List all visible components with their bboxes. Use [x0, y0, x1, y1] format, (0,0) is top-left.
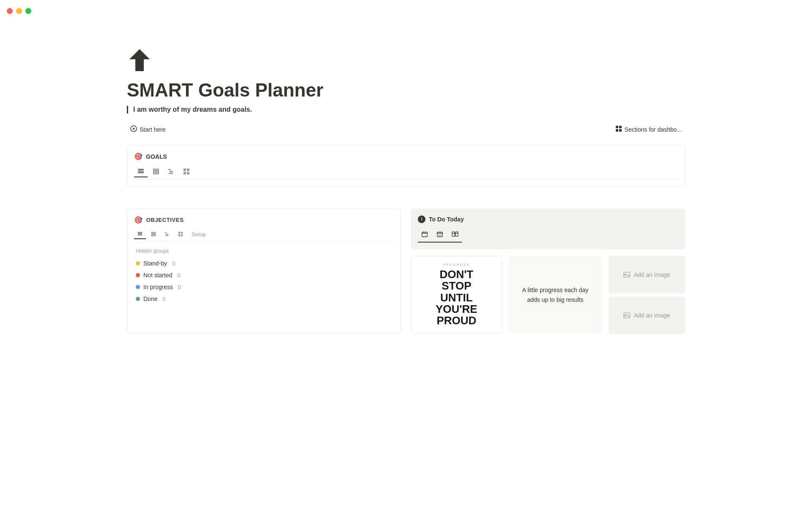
goals-database-block: 🎯 GOALS	[127, 145, 685, 187]
svg-rect-27	[165, 235, 169, 236]
svg-rect-14	[169, 173, 173, 174]
todo-label: To Do Today	[429, 216, 464, 223]
todo-tab-calendar1[interactable]	[418, 228, 431, 240]
svg-rect-8	[138, 172, 144, 173]
group-standby[interactable]: Stand-by 0	[134, 258, 394, 268]
goals-db-label: GOALS	[146, 153, 167, 160]
poster-line2: STOP	[442, 280, 471, 292]
goals-target-icon: 🎯	[134, 152, 143, 160]
svg-rect-11	[157, 168, 159, 174]
svg-rect-20	[138, 233, 143, 234]
obj-tab-list[interactable]	[134, 229, 146, 239]
goals-db-header: 🎯 GOALS	[134, 152, 678, 160]
todo-tab-calendar2[interactable]	[433, 228, 447, 240]
svg-rect-9	[153, 168, 155, 174]
page-quote: I am worthy of my dreams and goals.	[127, 106, 685, 113]
svg-rect-4	[616, 129, 618, 132]
svg-rect-19	[138, 232, 143, 233]
svg-rect-21	[138, 235, 143, 235]
svg-rect-28	[178, 232, 181, 234]
notstarted-label: Not started	[143, 272, 172, 279]
toolbar-left: Start here	[127, 124, 169, 135]
start-here-button[interactable]: Start here	[127, 124, 169, 135]
page-icon	[127, 47, 685, 73]
exclamation-icon: !	[418, 215, 425, 223]
main-content: SMART Goals Planner I am worthy of my dr…	[0, 0, 812, 334]
close-button[interactable]	[7, 8, 13, 14]
svg-rect-25	[165, 232, 167, 233]
add-image-2[interactable]: Add an image	[609, 297, 685, 334]
done-dot	[136, 297, 140, 301]
hidden-groups-label: Hidden groups	[134, 248, 394, 254]
gallery-row: PROGRESS DON'T STOP UNTIL YOU'RE PROUD A…	[411, 256, 685, 334]
goals-tab-list[interactable]	[134, 166, 148, 177]
maximize-button[interactable]	[25, 8, 31, 14]
setup-link[interactable]: Setup	[188, 229, 209, 239]
svg-rect-16	[187, 168, 189, 171]
svg-rect-47	[624, 313, 630, 318]
quote-card: A little progress each day adds up to bi…	[509, 256, 602, 334]
inprogress-count: 0	[178, 284, 181, 290]
two-col-layout: 🎯 OBJECTIVES	[127, 209, 685, 334]
goals-tab-timeline[interactable]	[165, 166, 178, 177]
done-label: Done	[143, 295, 157, 302]
minimize-button[interactable]	[16, 8, 22, 14]
poster-line5: PROUD	[436, 315, 476, 326]
svg-rect-6	[138, 169, 144, 170]
svg-rect-7	[138, 171, 144, 171]
objectives-block: 🎯 OBJECTIVES	[127, 209, 401, 334]
sections-label: Sections for dashbo...	[625, 126, 682, 133]
svg-rect-40	[438, 235, 441, 236]
svg-rect-12	[168, 169, 171, 170]
objectives-header: 🎯 OBJECTIVES	[134, 216, 394, 224]
svg-rect-10	[155, 168, 157, 174]
goals-tab-gallery[interactable]	[180, 166, 193, 177]
goals-view-tabs	[134, 166, 678, 179]
add-image-col: Add an image Add an image	[609, 256, 685, 334]
group-done[interactable]: Done 0	[134, 294, 394, 304]
svg-rect-45	[624, 272, 630, 277]
standby-dot	[136, 261, 140, 265]
page-title: SMART Goals Planner	[127, 80, 685, 101]
svg-rect-24	[154, 232, 156, 237]
page-header: SMART Goals Planner I am worthy of my dr…	[127, 22, 685, 209]
svg-rect-17	[184, 172, 186, 174]
svg-rect-5	[619, 129, 622, 132]
quote-card-text: A little progress each day adds up to bi…	[517, 285, 594, 304]
start-here-icon	[130, 125, 137, 133]
standby-label: Stand-by	[143, 260, 167, 267]
svg-rect-15	[184, 168, 186, 171]
todo-tab-calendar3[interactable]	[448, 228, 462, 240]
todo-view-tabs	[418, 228, 462, 243]
sections-button[interactable]: Sections for dashbo...	[612, 124, 685, 135]
svg-rect-3	[619, 126, 622, 128]
start-here-label: Start here	[140, 126, 165, 133]
add-image-1[interactable]: Add an image	[609, 256, 685, 293]
motivational-poster: PROGRESS DON'T STOP UNTIL YOU'RE PROUD	[411, 256, 502, 334]
inprogress-label: In progress	[143, 284, 173, 290]
svg-marker-0	[129, 49, 150, 71]
svg-rect-41	[452, 232, 455, 237]
toolbar-row: Start here Sections for dashbo...	[127, 124, 685, 135]
objectives-label: OBJECTIVES	[146, 217, 184, 223]
svg-rect-23	[153, 232, 154, 237]
standby-count: 0	[172, 260, 175, 267]
svg-rect-32	[422, 232, 427, 237]
svg-rect-42	[455, 232, 458, 237]
goals-tab-board[interactable]	[149, 166, 163, 177]
group-notstarted[interactable]: Not started 0	[134, 270, 394, 280]
group-inprogress[interactable]: In progress 0	[134, 282, 394, 292]
poster-line1: DON'T	[439, 269, 473, 280]
objectives-view-tabs: Setup	[134, 229, 394, 241]
objectives-target-icon: 🎯	[134, 216, 143, 224]
poster-progress-label: PROGRESS	[443, 263, 470, 266]
obj-tab-board[interactable]	[148, 229, 159, 239]
svg-rect-22	[151, 232, 153, 237]
right-col: ! To Do Today	[411, 209, 685, 334]
sections-icon	[615, 125, 622, 133]
add-image-1-label: Add an image	[634, 271, 670, 278]
obj-tab-timeline[interactable]	[161, 229, 173, 239]
titlebar	[0, 0, 812, 22]
obj-tab-gallery[interactable]	[175, 229, 187, 239]
notstarted-count: 0	[177, 272, 180, 279]
